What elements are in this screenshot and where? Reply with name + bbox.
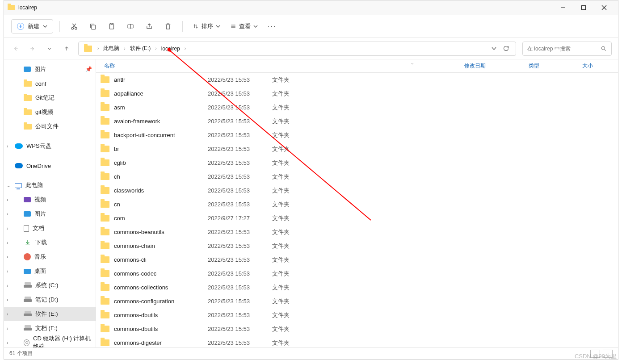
- folder-icon: [101, 229, 109, 235]
- refresh-icon[interactable]: [503, 45, 509, 52]
- breadcrumb-seg[interactable]: 软件 (E:): [128, 43, 153, 54]
- col-date[interactable]: 修改日期: [464, 62, 529, 70]
- folder-row[interactable]: cn2022/5/23 15:53文件夹: [96, 197, 618, 211]
- up-button[interactable]: [61, 43, 72, 54]
- expand-icon[interactable]: ›: [7, 340, 8, 345]
- folder-row[interactable]: commons-beanutils2022/5/23 15:53文件夹: [96, 225, 618, 239]
- breadcrumb-seg[interactable]: 此电脑: [101, 43, 121, 54]
- expand-icon[interactable]: ›: [7, 326, 8, 331]
- new-button[interactable]: 新建: [11, 19, 53, 33]
- expand-icon[interactable]: ›: [7, 297, 8, 302]
- expand-icon[interactable]: ›: [7, 312, 8, 317]
- chevron-down-icon[interactable]: [492, 46, 496, 51]
- copy-button[interactable]: [85, 18, 101, 34]
- search-input[interactable]: [527, 46, 601, 52]
- nav-item[interactable]: ›桌面: [4, 264, 96, 278]
- expand-icon[interactable]: ›: [7, 269, 8, 274]
- nav-item[interactable]: ›音乐: [4, 250, 96, 264]
- video-icon: [24, 197, 31, 202]
- more-button[interactable]: ···: [264, 22, 280, 30]
- nav-item[interactable]: git视频: [4, 105, 96, 119]
- folder-row[interactable]: commons-dbutils2022/5/23 15:53文件夹: [96, 308, 618, 322]
- delete-button[interactable]: [160, 18, 176, 34]
- breadcrumb-seg[interactable]: localrep: [160, 44, 182, 54]
- nav-item[interactable]: ›WPS云盘: [4, 139, 96, 153]
- nav-item[interactable]: Git笔记: [4, 91, 96, 105]
- nav-item[interactable]: ›图片: [4, 207, 96, 221]
- nav-label: OneDrive: [26, 163, 51, 169]
- pic-icon: [24, 211, 31, 217]
- folder-row[interactable]: avalon-framework2022/5/23 15:53文件夹: [96, 114, 618, 128]
- minimize-button[interactable]: [553, 0, 573, 15]
- sort-button[interactable]: 排序: [189, 20, 224, 33]
- folder-row[interactable]: commons-collections2022/5/23 15:53文件夹: [96, 280, 618, 294]
- folder-row[interactable]: commons-configuration2022/5/23 15:53文件夹: [96, 294, 618, 308]
- nav-item[interactable]: ›文档 (F:): [4, 321, 96, 335]
- folder-row[interactable]: com2022/9/27 17:27文件夹: [96, 211, 618, 225]
- folder-row[interactable]: commons-codec2022/5/23 15:53文件夹: [96, 267, 618, 280]
- close-button[interactable]: [594, 0, 614, 15]
- body: 图片📌confGit笔记git视频公司文件›WPS云盘OneDrive⌄此电脑›…: [4, 59, 618, 347]
- folder-row[interactable]: classworlds2022/5/23 15:53文件夹: [96, 184, 618, 197]
- nav-item[interactable]: ⌄此电脑: [4, 178, 96, 192]
- col-name[interactable]: 名称: [96, 62, 208, 70]
- search-box[interactable]: [522, 42, 612, 56]
- nav-item[interactable]: ›系统 (C:): [4, 278, 96, 293]
- nav-label: 音乐: [34, 253, 46, 261]
- nav-item[interactable]: ›CD 驱动器 (H:) 计算机终端: [4, 335, 96, 347]
- expand-icon[interactable]: ›: [7, 240, 8, 245]
- nav-label: 笔记 (D:): [35, 296, 58, 304]
- folder-row[interactable]: antlr2022/5/23 15:53文件夹: [96, 73, 618, 87]
- expand-icon[interactable]: ›: [7, 283, 8, 288]
- folder-row[interactable]: ch2022/5/23 15:53文件夹: [96, 170, 618, 184]
- expand-icon[interactable]: ›: [7, 197, 8, 202]
- nav-item[interactable]: ›笔记 (D:): [4, 293, 96, 307]
- nav-item[interactable]: ›视频: [4, 192, 96, 207]
- file-date: 2022/5/23 15:53: [208, 339, 272, 346]
- column-headers[interactable]: 名称 ˇ 修改日期 类型 大小: [96, 59, 618, 73]
- folder-row[interactable]: commons-dbutils2022/5/23 15:53文件夹: [96, 322, 618, 336]
- maximize-button[interactable]: [573, 0, 594, 15]
- file-name: commons-dbutils: [114, 326, 158, 332]
- nav-item[interactable]: ›软件 (E:): [4, 307, 96, 321]
- file-type: 文件夹: [272, 76, 326, 84]
- col-type[interactable]: 类型: [529, 62, 582, 70]
- share-button[interactable]: [141, 18, 157, 34]
- nav-item[interactable]: 图片📌: [4, 62, 96, 76]
- expand-icon[interactable]: ›: [7, 212, 8, 217]
- forward-button[interactable]: [27, 43, 38, 54]
- nav-item[interactable]: OneDrive: [4, 159, 96, 173]
- folder-row[interactable]: aopalliance2022/5/23 15:53文件夹: [96, 87, 618, 100]
- folder-icon: [101, 270, 109, 277]
- file-type: 文件夹: [272, 214, 326, 222]
- paste-button[interactable]: [104, 18, 120, 34]
- folder-row[interactable]: backport-util-concurrent2022/5/23 15:53文…: [96, 128, 618, 142]
- nav-item[interactable]: 公司文件: [4, 119, 96, 134]
- nav-item[interactable]: ›下载: [4, 235, 96, 250]
- titlebar[interactable]: localrep: [4, 0, 618, 15]
- expand-icon[interactable]: ⌄: [7, 183, 10, 188]
- rename-button[interactable]: [122, 18, 139, 34]
- expand-icon[interactable]: ›: [7, 255, 8, 259]
- cut-button[interactable]: [66, 18, 82, 34]
- view-button[interactable]: 查看: [227, 20, 261, 33]
- folder-icon: [101, 104, 109, 111]
- folder-row[interactable]: br2022/5/23 15:53文件夹: [96, 142, 618, 156]
- expand-icon[interactable]: ›: [7, 144, 8, 149]
- folder-row[interactable]: commons-digester2022/5/23 15:53文件夹: [96, 336, 618, 347]
- col-size[interactable]: 大小: [582, 62, 618, 70]
- folder-row[interactable]: commons-chain2022/5/23 15:53文件夹: [96, 239, 618, 253]
- recent-button[interactable]: [44, 43, 55, 54]
- navigation-pane[interactable]: 图片📌confGit笔记git视频公司文件›WPS云盘OneDrive⌄此电脑›…: [4, 59, 96, 347]
- expand-icon[interactable]: ›: [7, 226, 8, 231]
- nav-item[interactable]: conf: [4, 76, 96, 91]
- back-button[interactable]: [10, 43, 21, 54]
- folder-icon: [101, 284, 109, 291]
- svg-rect-6: [92, 25, 95, 29]
- folder-row[interactable]: asm2022/5/23 15:53文件夹: [96, 100, 618, 114]
- folder-row[interactable]: commons-cli2022/5/23 15:53文件夹: [96, 253, 618, 267]
- nav-item[interactable]: ›文档: [4, 221, 96, 235]
- file-list[interactable]: antlr2022/5/23 15:53文件夹aopalliance2022/5…: [96, 73, 618, 347]
- folder-row[interactable]: cglib2022/5/23 15:53文件夹: [96, 156, 618, 170]
- breadcrumb[interactable]: › 此电脑 › 软件 (E:) › localrep ›: [78, 42, 516, 56]
